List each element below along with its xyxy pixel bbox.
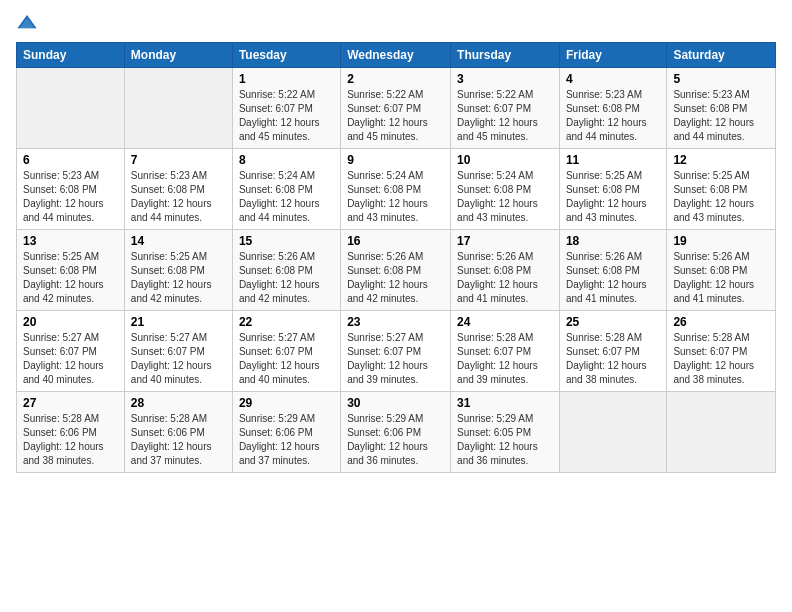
header-friday: Friday xyxy=(559,43,666,68)
day-cell: 26Sunrise: 5:28 AM Sunset: 6:07 PM Dayli… xyxy=(667,311,776,392)
day-number: 17 xyxy=(457,234,553,248)
day-number: 28 xyxy=(131,396,226,410)
day-cell: 17Sunrise: 5:26 AM Sunset: 6:08 PM Dayli… xyxy=(451,230,560,311)
day-number: 8 xyxy=(239,153,334,167)
day-cell: 27Sunrise: 5:28 AM Sunset: 6:06 PM Dayli… xyxy=(17,392,125,473)
day-number: 10 xyxy=(457,153,553,167)
day-number: 18 xyxy=(566,234,660,248)
day-cell: 31Sunrise: 5:29 AM Sunset: 6:05 PM Dayli… xyxy=(451,392,560,473)
day-number: 5 xyxy=(673,72,769,86)
logo-icon xyxy=(16,12,38,34)
day-number: 23 xyxy=(347,315,444,329)
day-info: Sunrise: 5:22 AM Sunset: 6:07 PM Dayligh… xyxy=(239,88,334,144)
day-info: Sunrise: 5:24 AM Sunset: 6:08 PM Dayligh… xyxy=(347,169,444,225)
day-number: 19 xyxy=(673,234,769,248)
header-sunday: Sunday xyxy=(17,43,125,68)
day-number: 1 xyxy=(239,72,334,86)
calendar-table: SundayMondayTuesdayWednesdayThursdayFrid… xyxy=(16,42,776,473)
day-cell: 29Sunrise: 5:29 AM Sunset: 6:06 PM Dayli… xyxy=(232,392,340,473)
day-info: Sunrise: 5:27 AM Sunset: 6:07 PM Dayligh… xyxy=(131,331,226,387)
week-row-5: 27Sunrise: 5:28 AM Sunset: 6:06 PM Dayli… xyxy=(17,392,776,473)
day-info: Sunrise: 5:25 AM Sunset: 6:08 PM Dayligh… xyxy=(673,169,769,225)
day-cell: 6Sunrise: 5:23 AM Sunset: 6:08 PM Daylig… xyxy=(17,149,125,230)
day-info: Sunrise: 5:26 AM Sunset: 6:08 PM Dayligh… xyxy=(673,250,769,306)
header-wednesday: Wednesday xyxy=(341,43,451,68)
day-info: Sunrise: 5:29 AM Sunset: 6:06 PM Dayligh… xyxy=(347,412,444,468)
day-info: Sunrise: 5:24 AM Sunset: 6:08 PM Dayligh… xyxy=(457,169,553,225)
day-info: Sunrise: 5:24 AM Sunset: 6:08 PM Dayligh… xyxy=(239,169,334,225)
day-cell: 12Sunrise: 5:25 AM Sunset: 6:08 PM Dayli… xyxy=(667,149,776,230)
day-info: Sunrise: 5:23 AM Sunset: 6:08 PM Dayligh… xyxy=(23,169,118,225)
day-info: Sunrise: 5:27 AM Sunset: 6:07 PM Dayligh… xyxy=(347,331,444,387)
day-info: Sunrise: 5:28 AM Sunset: 6:07 PM Dayligh… xyxy=(673,331,769,387)
day-info: Sunrise: 5:22 AM Sunset: 6:07 PM Dayligh… xyxy=(457,88,553,144)
day-cell: 13Sunrise: 5:25 AM Sunset: 6:08 PM Dayli… xyxy=(17,230,125,311)
day-info: Sunrise: 5:26 AM Sunset: 6:08 PM Dayligh… xyxy=(347,250,444,306)
day-cell: 19Sunrise: 5:26 AM Sunset: 6:08 PM Dayli… xyxy=(667,230,776,311)
day-cell: 23Sunrise: 5:27 AM Sunset: 6:07 PM Dayli… xyxy=(341,311,451,392)
day-number: 14 xyxy=(131,234,226,248)
day-number: 3 xyxy=(457,72,553,86)
day-cell: 24Sunrise: 5:28 AM Sunset: 6:07 PM Dayli… xyxy=(451,311,560,392)
day-cell: 8Sunrise: 5:24 AM Sunset: 6:08 PM Daylig… xyxy=(232,149,340,230)
day-info: Sunrise: 5:28 AM Sunset: 6:07 PM Dayligh… xyxy=(566,331,660,387)
day-cell: 21Sunrise: 5:27 AM Sunset: 6:07 PM Dayli… xyxy=(124,311,232,392)
day-info: Sunrise: 5:22 AM Sunset: 6:07 PM Dayligh… xyxy=(347,88,444,144)
page-header xyxy=(16,12,776,34)
day-info: Sunrise: 5:23 AM Sunset: 6:08 PM Dayligh… xyxy=(673,88,769,144)
day-number: 4 xyxy=(566,72,660,86)
day-cell: 11Sunrise: 5:25 AM Sunset: 6:08 PM Dayli… xyxy=(559,149,666,230)
day-cell: 25Sunrise: 5:28 AM Sunset: 6:07 PM Dayli… xyxy=(559,311,666,392)
day-cell xyxy=(667,392,776,473)
day-info: Sunrise: 5:26 AM Sunset: 6:08 PM Dayligh… xyxy=(239,250,334,306)
day-cell: 14Sunrise: 5:25 AM Sunset: 6:08 PM Dayli… xyxy=(124,230,232,311)
day-cell: 18Sunrise: 5:26 AM Sunset: 6:08 PM Dayli… xyxy=(559,230,666,311)
day-number: 6 xyxy=(23,153,118,167)
day-number: 11 xyxy=(566,153,660,167)
day-number: 13 xyxy=(23,234,118,248)
day-number: 7 xyxy=(131,153,226,167)
header-saturday: Saturday xyxy=(667,43,776,68)
day-cell xyxy=(17,68,125,149)
day-cell: 7Sunrise: 5:23 AM Sunset: 6:08 PM Daylig… xyxy=(124,149,232,230)
day-number: 16 xyxy=(347,234,444,248)
day-cell: 30Sunrise: 5:29 AM Sunset: 6:06 PM Dayli… xyxy=(341,392,451,473)
day-number: 21 xyxy=(131,315,226,329)
day-info: Sunrise: 5:25 AM Sunset: 6:08 PM Dayligh… xyxy=(566,169,660,225)
day-number: 12 xyxy=(673,153,769,167)
header-tuesday: Tuesday xyxy=(232,43,340,68)
header-monday: Monday xyxy=(124,43,232,68)
day-number: 15 xyxy=(239,234,334,248)
day-cell: 15Sunrise: 5:26 AM Sunset: 6:08 PM Dayli… xyxy=(232,230,340,311)
week-row-1: 1Sunrise: 5:22 AM Sunset: 6:07 PM Daylig… xyxy=(17,68,776,149)
day-cell: 22Sunrise: 5:27 AM Sunset: 6:07 PM Dayli… xyxy=(232,311,340,392)
day-info: Sunrise: 5:26 AM Sunset: 6:08 PM Dayligh… xyxy=(457,250,553,306)
day-cell xyxy=(559,392,666,473)
day-cell: 2Sunrise: 5:22 AM Sunset: 6:07 PM Daylig… xyxy=(341,68,451,149)
day-number: 9 xyxy=(347,153,444,167)
day-info: Sunrise: 5:26 AM Sunset: 6:08 PM Dayligh… xyxy=(566,250,660,306)
day-number: 30 xyxy=(347,396,444,410)
header-thursday: Thursday xyxy=(451,43,560,68)
day-number: 20 xyxy=(23,315,118,329)
day-number: 27 xyxy=(23,396,118,410)
day-info: Sunrise: 5:25 AM Sunset: 6:08 PM Dayligh… xyxy=(131,250,226,306)
day-number: 24 xyxy=(457,315,553,329)
week-row-4: 20Sunrise: 5:27 AM Sunset: 6:07 PM Dayli… xyxy=(17,311,776,392)
day-info: Sunrise: 5:28 AM Sunset: 6:06 PM Dayligh… xyxy=(131,412,226,468)
day-cell: 5Sunrise: 5:23 AM Sunset: 6:08 PM Daylig… xyxy=(667,68,776,149)
day-number: 2 xyxy=(347,72,444,86)
day-number: 22 xyxy=(239,315,334,329)
day-info: Sunrise: 5:29 AM Sunset: 6:05 PM Dayligh… xyxy=(457,412,553,468)
day-number: 29 xyxy=(239,396,334,410)
day-cell: 9Sunrise: 5:24 AM Sunset: 6:08 PM Daylig… xyxy=(341,149,451,230)
day-info: Sunrise: 5:23 AM Sunset: 6:08 PM Dayligh… xyxy=(566,88,660,144)
day-cell: 20Sunrise: 5:27 AM Sunset: 6:07 PM Dayli… xyxy=(17,311,125,392)
day-cell: 16Sunrise: 5:26 AM Sunset: 6:08 PM Dayli… xyxy=(341,230,451,311)
day-info: Sunrise: 5:25 AM Sunset: 6:08 PM Dayligh… xyxy=(23,250,118,306)
day-info: Sunrise: 5:29 AM Sunset: 6:06 PM Dayligh… xyxy=(239,412,334,468)
day-cell xyxy=(124,68,232,149)
day-number: 31 xyxy=(457,396,553,410)
week-row-2: 6Sunrise: 5:23 AM Sunset: 6:08 PM Daylig… xyxy=(17,149,776,230)
day-info: Sunrise: 5:28 AM Sunset: 6:06 PM Dayligh… xyxy=(23,412,118,468)
